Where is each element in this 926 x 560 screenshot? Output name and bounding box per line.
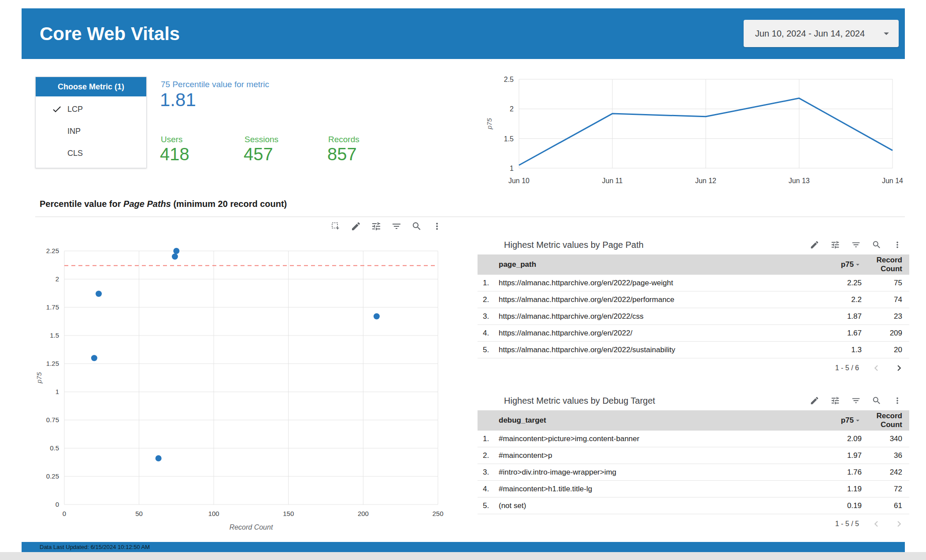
table-header-row: page_path p75 Record Count (478, 254, 909, 275)
filter-icon[interactable] (391, 221, 402, 232)
table-row[interactable]: 4.https://almanac.httparchive.org/en/202… (478, 325, 909, 342)
scatter-point[interactable] (91, 355, 97, 361)
svg-text:0.75: 0.75 (46, 416, 59, 424)
scatter-chart-toolbar (330, 221, 442, 232)
column-header-debug-target[interactable]: debug_target (494, 416, 813, 425)
scatter-point[interactable] (172, 254, 178, 260)
row-record-count: 74 (862, 295, 902, 304)
row-p75-value: 1.97 (813, 451, 862, 460)
svg-text:1.5: 1.5 (50, 332, 59, 339)
check-icon-placeholder (52, 126, 62, 136)
table-row[interactable]: 1.#maincontent>picture>img.content-banne… (478, 431, 909, 447)
svg-text:2: 2 (56, 275, 59, 283)
table-row[interactable]: 3.#intro>div.intro-image-wrapper>img1.76… (478, 464, 909, 481)
zoom-icon[interactable] (411, 221, 422, 232)
table-row[interactable]: 4.#maincontent>h1.title.title-lg1.1972 (478, 481, 909, 497)
tune-icon[interactable] (830, 396, 840, 405)
prev-page-button[interactable] (870, 518, 882, 530)
filter-icon[interactable] (851, 396, 861, 405)
more-options-icon[interactable] (893, 240, 902, 250)
more-options-icon[interactable] (432, 221, 442, 232)
page-path-scatter-chart[interactable]: 00.250.50.7511.251.51.7522.2505010015020… (35, 236, 467, 539)
row-record-count: 20 (862, 346, 902, 354)
scatter-section-title: Percentile value for Page Paths (minimum… (40, 199, 287, 209)
next-page-button[interactable] (893, 362, 905, 374)
users-scorecard-value: 418 (160, 145, 189, 163)
sort-desc-icon (854, 416, 862, 424)
last-updated-label: Data Last Updated: 6/15/2024 10:12:50 AM (40, 544, 150, 550)
row-p75-value: 2.2 (813, 295, 862, 304)
p75-timeseries-chart[interactable]: 11.522.5Jun 10Jun 11Jun 12Jun 13Jun 14p7… (485, 70, 916, 193)
table-row[interactable]: 2.https://almanac.httparchive.org/en/202… (478, 291, 909, 308)
tune-icon[interactable] (830, 240, 840, 250)
table-head: Highest Metric values by Page Path (478, 235, 909, 254)
prev-page-button[interactable] (870, 362, 882, 374)
edit-icon[interactable] (810, 240, 819, 250)
percentile-scorecard-value: 1.81 (160, 91, 196, 109)
filter-icon[interactable] (851, 240, 861, 250)
section-title-suffix: (minimum 20 record count) (171, 199, 287, 209)
row-index: 3. (483, 468, 494, 477)
section-title-emphasis: Page Paths (123, 199, 171, 209)
tune-icon[interactable] (371, 221, 382, 232)
table-row[interactable]: 1.https://almanac.httparchive.org/en/202… (478, 275, 909, 291)
page-title: Core Web Vitals (40, 23, 180, 44)
row-record-count: 72 (862, 485, 902, 494)
pagination: 1 - 5 / 5 (478, 514, 909, 534)
zoom-icon[interactable] (872, 396, 882, 405)
svg-text:1: 1 (56, 388, 59, 395)
table-row[interactable]: 5.https://almanac.httparchive.org/en/202… (478, 342, 909, 358)
metric-option-cls[interactable]: CLS (36, 142, 146, 164)
svg-text:1: 1 (510, 165, 514, 172)
row-p75-value: 1.67 (813, 329, 862, 338)
row-p75-value: 1.87 (813, 312, 862, 321)
more-options-icon[interactable] (893, 396, 902, 405)
row-record-count: 61 (862, 501, 902, 510)
row-p75-value: 2.09 (813, 435, 862, 443)
column-header-record-count[interactable]: Record Count (862, 256, 902, 273)
row-p75-value: 0.19 (813, 501, 862, 510)
svg-text:1.5: 1.5 (504, 135, 514, 143)
scatter-point[interactable] (374, 313, 380, 319)
arrow-drop-down-icon (880, 27, 893, 40)
scatter-point[interactable] (156, 455, 162, 461)
report-footer: Data Last Updated: 6/15/2024 10:12:50 AM (22, 542, 905, 552)
table-row[interactable]: 3.https://almanac.httparchive.org/en/202… (478, 308, 909, 325)
svg-text:Jun 14: Jun 14 (882, 177, 903, 184)
row-record-count: 242 (862, 468, 902, 477)
table-page-path: Highest Metric values by Page Path page_… (478, 235, 909, 378)
zoom-icon[interactable] (872, 240, 882, 250)
check-icon-placeholder (52, 148, 62, 158)
records-scorecard-value: 857 (327, 145, 357, 163)
svg-text:250: 250 (432, 510, 443, 517)
next-page-button[interactable] (893, 518, 905, 530)
edit-icon[interactable] (810, 396, 819, 405)
svg-text:1.25: 1.25 (46, 360, 59, 367)
column-header-page-path[interactable]: page_path (494, 260, 813, 269)
row-p75-value: 1.19 (813, 485, 862, 494)
pagination-label: 1 - 5 / 6 (835, 364, 859, 372)
table-head: Highest Metric values by Debug Target (478, 391, 909, 410)
metric-option-lcp[interactable]: LCP (36, 98, 146, 120)
table-toolbar (810, 240, 902, 250)
table-row[interactable]: 5.(not set)0.1961 (478, 497, 909, 514)
svg-text:2.25: 2.25 (46, 247, 59, 254)
row-index: 2. (483, 451, 494, 460)
svg-text:150: 150 (283, 510, 294, 517)
edit-icon[interactable] (351, 221, 361, 232)
report-header: Core Web Vitals Jun 10, 2024 - Jun 14, 2… (22, 8, 905, 59)
column-header-p75[interactable]: p75 (813, 416, 862, 425)
table-row[interactable]: 2.#maincontent>p1.9736 (478, 447, 909, 464)
scatter-point[interactable] (173, 248, 179, 254)
marquee-select-icon[interactable] (330, 221, 341, 232)
metric-selector-header[interactable]: Choose Metric (1) (36, 77, 146, 96)
scatter-point[interactable] (96, 291, 102, 297)
svg-text:2.5: 2.5 (504, 76, 514, 83)
column-header-record-count[interactable]: Record Count (862, 412, 902, 429)
metric-option-inp[interactable]: INP (36, 120, 146, 142)
svg-text:Record Count: Record Count (230, 523, 273, 531)
date-range-control[interactable]: Jun 10, 2024 - Jun 14, 2024 (744, 20, 899, 47)
svg-text:p75: p75 (35, 372, 43, 384)
metric-selector: Choose Metric (1) LCPINPCLS (35, 77, 147, 168)
column-header-p75[interactable]: p75 (813, 260, 862, 269)
